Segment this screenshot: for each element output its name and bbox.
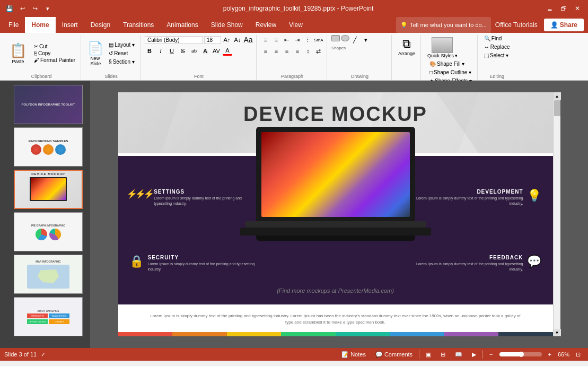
menu-transitions[interactable]: Transitions [117, 17, 160, 33]
underline-button[interactable]: U [167, 46, 177, 56]
align-right-button[interactable]: ≡ [282, 46, 292, 56]
shape-outline-button[interactable]: □ Shape Outline ▾ [427, 69, 474, 76]
slide-thumbnail-1[interactable]: POLYGON INFOGRAPHIC TOOLKIT [14, 85, 83, 124]
cut-button[interactable]: ✂ Cut [32, 43, 77, 50]
font-color-button[interactable]: A [223, 46, 232, 56]
reset-button[interactable]: ↺ Reset [107, 50, 137, 57]
bullets-button[interactable]: ≡ [261, 35, 270, 45]
align-center-button[interactable]: ≡ [271, 46, 281, 56]
customize-quick-access-button[interactable]: ▾ [42, 3, 53, 14]
line-spacing-button[interactable]: ↕ [303, 46, 313, 56]
slide-thumbnail-3[interactable]: DEVICE MOCKUP [14, 170, 83, 209]
italic-button[interactable]: I [156, 46, 165, 56]
feedback-text: FEEDBACK Lorem Ipsum is simply dummy tex… [411, 255, 523, 271]
slide-thumbnail-2[interactable]: BACKGROUND SAMPLES [14, 127, 83, 167]
slide-thumbnail-5[interactable]: MAP INFOGRAPHIC [14, 255, 83, 294]
slide-item-2[interactable]: 2 ★ BACKGROUND SAMPLES [2, 127, 88, 167]
save-button[interactable]: 💾 [4, 3, 15, 14]
slide-thumbnail-6[interactable]: SWOT ANALYSIS STRENGTHS WEAKNESSES OPPOR… [14, 297, 83, 336]
shape-oval-button[interactable] [341, 35, 349, 41]
office-tutorials-link[interactable]: Office Tutorials [491, 17, 542, 33]
increase-font-button[interactable]: A↑ [222, 35, 232, 45]
shape-line-button[interactable]: ╱ [350, 35, 360, 45]
slide-item-3[interactable]: 3 DEVICE MOCKUP [2, 170, 88, 209]
slide-item-6[interactable]: 6 SWOT ANALYSIS STRENGTHS WEAKNESSES OPP… [2, 297, 88, 336]
menu-home[interactable]: Home [25, 17, 55, 33]
select-icon: ⬚ [484, 53, 489, 58]
menu-insert[interactable]: Insert [56, 17, 84, 33]
menu-file[interactable]: File [2, 17, 25, 33]
menu-slideshow[interactable]: Slide Show [205, 17, 249, 33]
select-button[interactable]: ⬚ Select ▾ [482, 52, 512, 59]
shapes-dropdown-button[interactable]: ▾ [361, 35, 371, 45]
paste-label: Paste [12, 59, 24, 64]
strikethrough-button[interactable]: S [178, 46, 188, 56]
section-button[interactable]: § Section ▾ [107, 58, 137, 65]
zoom-slider[interactable] [499, 352, 542, 356]
share-button[interactable]: 👤Share [544, 19, 584, 31]
scroll-thumb[interactable] [554, 100, 560, 116]
ribbon-paragraph-group: ≡ ≡ ⇤ ⇥ ⋮ SmA ≡ ≡ ≡ ≡ ↕ ⇄ Paragraph [258, 35, 327, 80]
shape-rect-button[interactable] [331, 35, 340, 41]
menu-design[interactable]: Design [84, 17, 117, 33]
undo-button[interactable]: ↩ [17, 3, 28, 14]
normal-view-button[interactable]: ▣ [423, 351, 434, 358]
scroll-up-button[interactable]: ▲ [554, 92, 561, 100]
laptop-screen [261, 132, 410, 217]
zoom-slider-thumb[interactable] [519, 352, 524, 357]
text-direction-button[interactable]: ⇄ [314, 46, 323, 56]
fit-slide-button[interactable]: ⊡ [573, 351, 584, 358]
feedback-body: Lorem Ipsum is simply dummy text of the … [411, 262, 523, 271]
tell-me-input[interactable]: 💡Tell me what you want to do... [396, 17, 491, 33]
decrease-font-button[interactable]: A↓ [233, 35, 242, 45]
bold-button[interactable]: B [145, 46, 154, 56]
scroll-down-button[interactable]: ▼ [554, 329, 561, 336]
notes-button[interactable]: 📝 Notes [338, 351, 369, 358]
slide-sorter-button[interactable]: ⊞ [437, 351, 449, 358]
slide-thumbnail-4[interactable]: PIE GRAPH INFOGRAPHIC [14, 212, 83, 251]
font-name-input[interactable] [145, 36, 203, 44]
maximize-button[interactable]: 🗗 [557, 4, 570, 13]
quick-styles-button[interactable]: Quick Styles ▾ [425, 35, 460, 60]
slide-item-1[interactable]: 1 POLYGON INFOGRAPHIC TOOLKIT [2, 85, 88, 124]
layout-button[interactable]: ▤ Layout ▾ [107, 41, 137, 48]
menu-view[interactable]: View [283, 17, 309, 33]
replace-button[interactable]: ↔ Replace [482, 43, 512, 50]
find-button[interactable]: 🔍 Find [482, 35, 512, 42]
text-shadow-button[interactable]: A [200, 46, 210, 56]
copy-button[interactable]: ⎘ Copy [32, 50, 77, 57]
slide-item-5[interactable]: 5 ★ MAP INFOGRAPHIC [2, 255, 88, 294]
minimize-button[interactable]: 🗕 [543, 4, 556, 13]
new-slide-button[interactable]: 📄 NewSlide [85, 39, 106, 68]
smartart-button[interactable]: SmA [314, 35, 323, 45]
justify-button[interactable]: ≡ [293, 46, 302, 56]
zoom-in-button[interactable]: + [545, 351, 555, 358]
decrease-indent-button[interactable]: ⇤ [282, 35, 292, 45]
menu-animations[interactable]: Animations [160, 17, 204, 33]
slide-status-icon[interactable]: ✓ [41, 351, 46, 358]
comments-button[interactable]: 💬 Comments [372, 351, 416, 358]
reading-view-button[interactable]: 📖 [452, 351, 466, 358]
increase-indent-button[interactable]: ⇥ [293, 35, 302, 45]
redo-button[interactable]: ↪ [30, 3, 40, 14]
spacing-button[interactable]: AV [212, 46, 221, 56]
format-painter-button[interactable]: 🖌 Format Painter [32, 57, 77, 64]
slide-canvas[interactable]: DEVICE MOCKUP ⚡⚡⚡ SETTINGS Lorem Ipsum i… [118, 92, 553, 336]
slide-item-4[interactable]: 4 ★ PIE GRAPH INFOGRAPHIC [2, 212, 88, 251]
shape-fill-button[interactable]: 🎨 Shape Fill ▾ [427, 60, 474, 67]
zoom-out-button[interactable]: − [486, 351, 496, 358]
numbered-list-button[interactable]: ≡ [271, 35, 281, 45]
security-text: SECRUITY Lorem Ipsum is simply dummy tex… [148, 255, 260, 271]
slideshow-button[interactable]: ▶ [469, 351, 479, 358]
scroll-track [554, 100, 560, 329]
close-button[interactable]: ✕ [571, 4, 584, 13]
paste-button[interactable]: 📋 Paste [5, 40, 31, 66]
vertical-scrollbar[interactable]: ▲ ▼ [553, 92, 560, 336]
smallcaps-button[interactable]: ab [189, 46, 199, 56]
columns-button[interactable]: ⋮ [303, 35, 313, 45]
clear-format-button[interactable]: Aa [243, 35, 253, 45]
font-size-input[interactable] [204, 36, 221, 44]
align-left-button[interactable]: ≡ [261, 46, 270, 56]
arrange-button[interactable]: ⧉ Arrange [396, 35, 417, 58]
menu-review[interactable]: Review [249, 17, 283, 33]
